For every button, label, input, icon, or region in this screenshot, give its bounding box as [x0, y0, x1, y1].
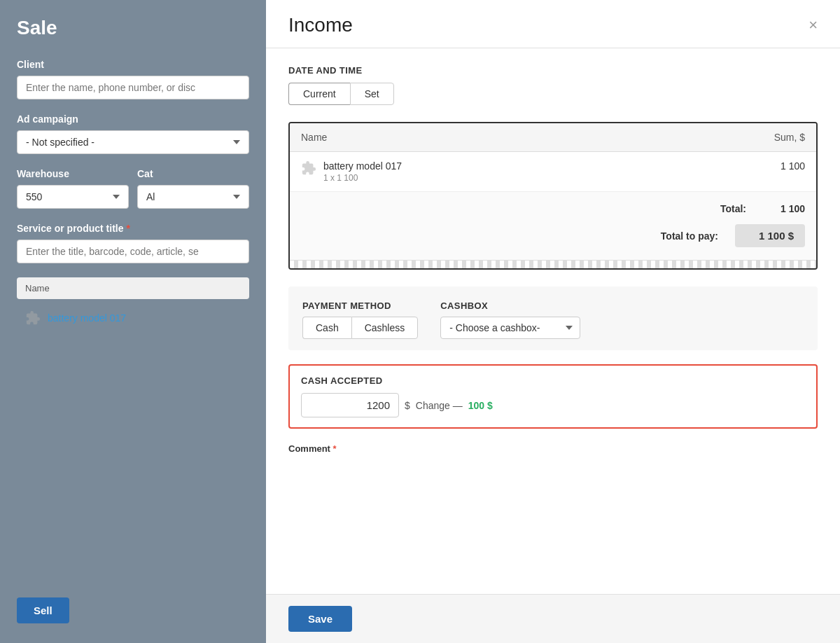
currency-sign: $ — [405, 400, 410, 411]
payment-method-label: Payment method — [302, 300, 418, 311]
cash-accepted-label: Cash accepted — [301, 375, 805, 386]
cashbox-group: Cashbox - Choose a cashbox- — [440, 300, 580, 339]
col-name-header: Name — [301, 132, 327, 143]
ad-campaign-select[interactable]: - Not specified - — [17, 130, 249, 154]
receipt-totals: Total: 1 100 Total to pay: 1 100 $ — [290, 192, 816, 260]
item-details: battery model 017 1 x 1 100 — [323, 160, 774, 183]
payment-method-toggle: Cash Cashless — [302, 317, 418, 339]
modal-footer: Save — [266, 594, 840, 643]
receipt-item-row: battery model 017 1 x 1 100 1 100 — [290, 152, 816, 192]
item-price: 1 100 — [780, 160, 805, 172]
close-button[interactable]: × — [808, 18, 818, 33]
service-product-label: Service or product title * — [17, 223, 249, 234]
warehouse-select[interactable]: 550 — [17, 185, 129, 209]
total-pay-label: Total to pay: — [661, 230, 718, 242]
item-name: battery model 017 — [323, 160, 774, 172]
ad-campaign-label: Ad campaign — [17, 113, 249, 125]
sell-button[interactable]: Sell — [17, 597, 69, 623]
warehouse-label: Warehouse — [17, 168, 129, 179]
cashbox-label: Cashbox — [440, 300, 580, 311]
cash-button[interactable]: Cash — [302, 317, 351, 339]
table-col-name: Name — [25, 283, 50, 293]
receipt-table: Name Sum, $ battery model 017 1 x 1 100 … — [288, 122, 818, 270]
left-panel: Sale Client Ad campaign - Not specified … — [0, 0, 266, 643]
receipt-table-header: Name Sum, $ — [290, 123, 816, 152]
client-input[interactable] — [17, 76, 249, 99]
modal-title: Income — [288, 14, 353, 36]
table-row: battery model 017 — [17, 305, 249, 331]
date-time-toggle: Current Set — [288, 83, 818, 105]
item-sub: 1 x 1 100 — [323, 173, 774, 183]
total-pay-row: Total to pay: 1 100 $ — [301, 219, 805, 253]
col-sum-header: Sum, $ — [774, 132, 805, 143]
product-name-link[interactable]: battery model 017 — [48, 312, 126, 324]
comment-section: Comment * — [288, 443, 818, 454]
cash-input-row: $ Change — 100 $ — [301, 393, 805, 417]
change-amount: 100 $ — [468, 400, 493, 411]
payment-row: Payment method Cash Cashless Cashbox - C… — [302, 300, 804, 339]
modal-header: Income × — [266, 0, 840, 48]
set-date-button[interactable]: Set — [350, 83, 394, 105]
cash-input[interactable] — [301, 393, 399, 417]
total-value: 1 100 — [763, 203, 805, 214]
cashbox-select[interactable]: - Choose a cashbox- — [440, 317, 580, 339]
category-select[interactable]: Al — [137, 185, 249, 209]
payment-method-group: Payment method Cash Cashless — [302, 300, 418, 339]
category-label: Cat — [137, 168, 249, 179]
product-table-header: Name — [17, 277, 249, 299]
receipt-puzzle-icon — [301, 160, 316, 176]
service-product-input[interactable] — [17, 240, 249, 263]
save-button[interactable]: Save — [288, 606, 352, 632]
cash-accepted-section: Cash accepted $ Change — 100 $ — [288, 364, 818, 429]
comment-label: Comment * — [288, 443, 337, 454]
cashless-button[interactable]: Cashless — [351, 317, 419, 339]
income-modal: Income × Date and time Current Set Name … — [266, 0, 840, 643]
date-time-label: Date and time — [288, 65, 818, 76]
wavy-separator — [290, 260, 816, 268]
total-pay-value: 1 100 $ — [735, 224, 805, 247]
page-title: Sale — [17, 17, 249, 39]
required-star: * — [126, 223, 130, 234]
comment-required-star: * — [333, 443, 337, 454]
total-row: Total: 1 100 — [301, 199, 805, 219]
puzzle-icon — [25, 310, 41, 326]
client-label: Client — [17, 59, 249, 70]
current-date-button[interactable]: Current — [288, 83, 350, 105]
modal-body: Date and time Current Set Name Sum, $ ba… — [266, 48, 840, 594]
change-label: Change — — [416, 400, 463, 411]
payment-section: Payment method Cash Cashless Cashbox - C… — [288, 286, 818, 350]
total-label: Total: — [720, 203, 746, 214]
